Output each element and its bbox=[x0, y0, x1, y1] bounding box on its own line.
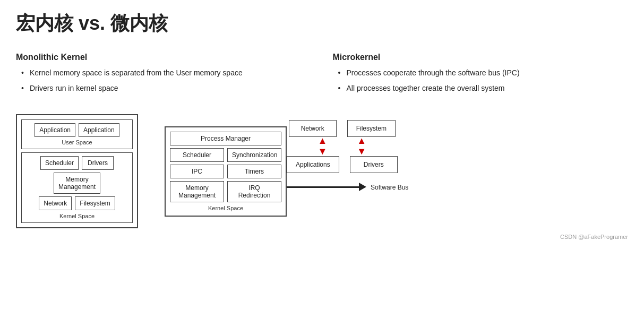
text-columns: Monolithic Kernel Kernel memory space is… bbox=[16, 53, 628, 98]
mono-app-2: Application bbox=[79, 123, 119, 137]
diagrams-row: Application Application User Space Sched… bbox=[16, 114, 628, 228]
microkernel-bullet-1: Processes cooperate through the software… bbox=[338, 67, 629, 79]
monolithic-col: Monolithic Kernel Kernel memory space is… bbox=[16, 53, 312, 98]
micro-process-manager: Process Manager bbox=[170, 132, 281, 145]
right-applications: Applications bbox=[287, 156, 339, 173]
microkernel-heading: Microkernel bbox=[333, 53, 629, 62]
monolithic-kernel-space: Scheduler Drivers MemoryManagement Netwo… bbox=[21, 152, 133, 223]
monolithic-bullet-2: Drivers run in kernel space bbox=[21, 83, 312, 94]
microkernel-diagram-container: Process Manager Scheduler Synchronizatio… bbox=[165, 126, 408, 217]
microkernel-col: Microkernel Processes cooperate through … bbox=[333, 53, 629, 98]
micro-row-3: IPC Timers bbox=[170, 165, 281, 178]
monolithic-user-space: Application Application User Space bbox=[21, 119, 133, 149]
micro-row-1: Process Manager bbox=[170, 132, 281, 145]
microkernel-bullet-2: All processes together create the overal… bbox=[338, 83, 629, 94]
watermark: CSDN @aFakeProgramer bbox=[16, 234, 628, 240]
micro-synchronization: Synchronization bbox=[227, 148, 281, 162]
mono-memory: MemoryManagement bbox=[54, 173, 100, 194]
monolithic-bullet-1: Kernel memory space is separated from th… bbox=[21, 67, 312, 79]
monolithic-apps-row: Application Application bbox=[25, 123, 129, 137]
right-network: Network bbox=[289, 120, 337, 137]
micro-memory: MemoryManagement bbox=[170, 181, 224, 202]
micro-row-2: Scheduler Synchronization bbox=[170, 148, 281, 162]
mono-app-1: Application bbox=[35, 123, 75, 137]
right-double-arrow: ▲ ▼ bbox=[357, 136, 366, 157]
micro-irq: IRQ Redirection bbox=[227, 181, 281, 202]
mono-network: Network bbox=[39, 196, 72, 210]
microkernel-kernel-box: Process Manager Scheduler Synchronizatio… bbox=[165, 126, 287, 217]
mono-scheduler: Scheduler bbox=[40, 156, 79, 170]
micro-scheduler: Scheduler bbox=[170, 148, 224, 162]
page-container: 宏内核 vs. 微内核 Monolithic Kernel Kernel mem… bbox=[16, 11, 628, 240]
monolithic-heading: Monolithic Kernel bbox=[16, 53, 312, 62]
monolithic-bullets: Kernel memory space is separated from th… bbox=[16, 67, 312, 94]
micro-row-4: MemoryManagement IRQ Redirection bbox=[170, 181, 281, 202]
right-filesystem: Filesystem bbox=[347, 120, 396, 137]
mono-filesystem: Filesystem bbox=[75, 196, 115, 210]
micro-kernel-label: Kernel Space bbox=[170, 205, 281, 211]
mono-kernel-row-1: Scheduler Drivers bbox=[25, 156, 129, 170]
micro-timers: Timers bbox=[227, 165, 281, 178]
mono-user-label: User Space bbox=[25, 139, 129, 145]
micro-ipc: IPC bbox=[170, 165, 224, 178]
right-bottom-row: Applications Drivers bbox=[287, 156, 398, 173]
page-title: 宏内核 vs. 微内核 bbox=[16, 11, 628, 37]
bus-label: Software Bus bbox=[371, 184, 408, 191]
mono-kernel-row-3: Network Filesystem bbox=[25, 196, 129, 210]
microkernel-bullets: Processes cooperate through the software… bbox=[333, 67, 629, 94]
mono-drivers: Drivers bbox=[82, 156, 114, 170]
mono-kernel-row-2: MemoryManagement bbox=[25, 173, 129, 194]
mono-kernel-label: Kernel Space bbox=[25, 213, 129, 219]
right-top-row: Network Filesystem bbox=[289, 120, 396, 137]
right-drivers: Drivers bbox=[350, 156, 398, 173]
monolithic-diagram: Application Application User Space Sched… bbox=[16, 114, 138, 228]
left-double-arrow: ▲ ▼ bbox=[318, 136, 328, 157]
